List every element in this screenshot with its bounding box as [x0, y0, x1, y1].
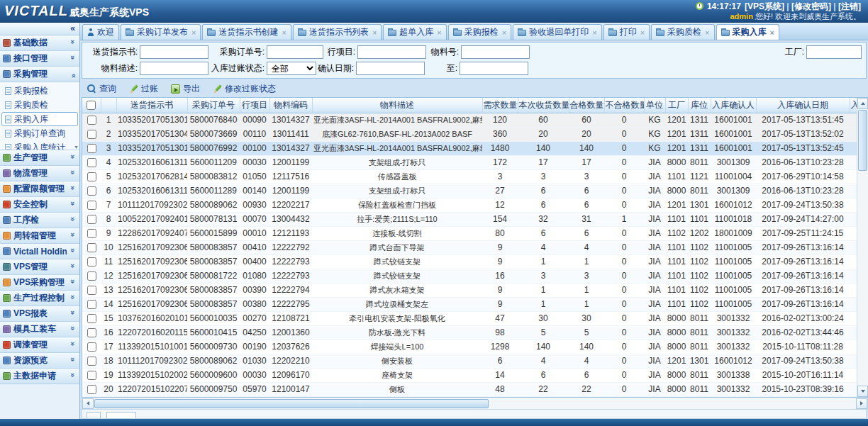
sidebar-item-2-3[interactable]: 采购订单查询 — [0, 126, 79, 140]
sidebar-group-10[interactable]: VPS管理» — [0, 259, 79, 275]
sidebar-group-0[interactable]: 基础数据» — [0, 35, 79, 51]
table-row[interactable]: 410253201606131156000112090003012001199支… — [82, 155, 857, 169]
row-checkbox[interactable] — [87, 243, 96, 252]
tab-close-icon[interactable]: × — [437, 28, 441, 37]
column-header-14[interactable]: 入库过账状态 — [850, 98, 857, 113]
select-all-checkbox[interactable] — [87, 101, 96, 110]
export-button[interactable]: 导出 — [171, 83, 200, 95]
column-header-6[interactable]: 本次收货数量 — [518, 98, 569, 113]
table-row[interactable]: 210335201705130458000736690011013011411底… — [82, 127, 857, 141]
header-link-2[interactable]: [注销] — [838, 1, 861, 11]
column-header-1[interactable]: 采购订单号 — [187, 98, 240, 113]
query-button[interactable]: 查询 — [87, 83, 116, 95]
sidebar-group-13[interactable]: VPS报表» — [0, 306, 79, 322]
vertical-scroll-thumb[interactable] — [858, 110, 867, 171]
po-number-input[interactable] — [267, 45, 323, 59]
table-row[interactable]: 1412516201709230658000838570038012222795… — [82, 297, 857, 311]
line-item-input[interactable] — [357, 45, 426, 59]
row-checkbox[interactable] — [87, 328, 96, 337]
sidebar-item-2-1[interactable]: 采购质检 — [0, 98, 79, 112]
column-header-10[interactable]: 工厂 — [665, 98, 688, 113]
tab-close-icon[interactable]: × — [372, 28, 377, 37]
scroll-right-button[interactable] — [856, 398, 867, 409]
sidebar-group-3[interactable]: 生产管理» — [0, 150, 79, 166]
tab-8[interactable]: 采购质检× — [651, 24, 714, 40]
row-checkbox[interactable] — [87, 215, 96, 224]
sidebar-group-16[interactable]: 资源预览» — [0, 353, 79, 369]
row-checkbox[interactable] — [87, 116, 96, 125]
tab-3[interactable]: 送货指示书列表× — [293, 24, 382, 40]
tab-2[interactable]: 送货指示书创建× — [202, 24, 291, 40]
scroll-left-button[interactable] — [82, 398, 94, 409]
pagination-button[interactable] — [87, 412, 101, 419]
sidebar-group-2[interactable]: 采购管理» — [0, 67, 79, 82]
horizontal-scrollbar[interactable] — [82, 398, 868, 410]
plant-input[interactable] — [806, 45, 862, 59]
row-checkbox[interactable] — [87, 186, 96, 196]
tab-close-icon[interactable]: × — [502, 28, 506, 37]
table-row[interactable]: 1212516201709230658000817220108012222793… — [82, 269, 857, 283]
row-checkbox[interactable] — [87, 144, 96, 153]
column-header-11[interactable]: 库位 — [688, 98, 711, 113]
row-checkbox[interactable] — [87, 257, 96, 267]
tab-close-icon[interactable]: × — [191, 28, 196, 37]
table-row[interactable]: 810052201709240158000781310007013004432拉… — [82, 212, 857, 226]
posting-status-select[interactable]: 全部 — [267, 62, 316, 75]
delivery-note-input[interactable] — [140, 45, 208, 59]
row-checkbox[interactable] — [87, 357, 96, 366]
table-row[interactable]: 510253201706281458000838120105012117516传… — [82, 169, 857, 184]
table-row[interactable]: 1112516201709230658000838570040012222793… — [82, 254, 857, 269]
tab-close-icon[interactable]: × — [640, 28, 645, 37]
sidebar-collapse-button[interactable]: « — [0, 23, 79, 35]
table-row[interactable]: 1510376201602010156000100350027012108721… — [82, 311, 857, 325]
scroll-up-button[interactable] — [857, 98, 868, 109]
column-header-3[interactable]: 物料编码 — [269, 98, 312, 113]
table-row[interactable]: 1810111201709230258000890620103012202210… — [82, 354, 857, 368]
tab-close-icon[interactable]: × — [282, 28, 286, 37]
column-header-4[interactable]: 物料描述 — [312, 98, 482, 113]
table-row[interactable]: 610253201606131156000112890014012001199支… — [82, 184, 857, 198]
scroll-down-button[interactable] — [857, 386, 868, 397]
confirm-date-to-input[interactable] — [460, 62, 528, 75]
sidebar-group-9[interactable]: Victall Holding» — [0, 244, 79, 259]
tab-4[interactable]: 超单入库× — [383, 24, 446, 40]
sidebar-group-17[interactable]: 主数据申请» — [0, 369, 79, 384]
tab-close-icon[interactable]: × — [770, 28, 774, 37]
column-header-7[interactable]: 合格数量 — [569, 98, 604, 113]
row-checkbox[interactable] — [87, 172, 96, 181]
horizontal-scroll-thumb[interactable] — [94, 399, 489, 408]
table-row[interactable]: 1612207201602011556000104150425012001360… — [82, 325, 857, 340]
row-checkbox[interactable] — [87, 314, 96, 323]
column-header-2[interactable]: 行项目 — [240, 98, 269, 113]
column-header-12[interactable]: 入库确认人 — [711, 98, 756, 113]
sidebar-group-15[interactable]: 调漆管理» — [0, 337, 79, 353]
pagination-input[interactable] — [106, 412, 136, 419]
tab-close-icon[interactable]: × — [705, 28, 709, 37]
tab-9[interactable]: 采购入库× — [716, 24, 779, 40]
row-checkbox[interactable] — [87, 371, 96, 380]
sidebar-group-8[interactable]: 周转箱管理» — [0, 228, 79, 244]
sidebar-group-1[interactable]: 接口管理» — [0, 51, 79, 67]
table-row[interactable]: 1911339201510200256000096000003012096170… — [82, 368, 857, 382]
modify-posting-status-button[interactable]: 修改过账状态 — [213, 83, 276, 95]
column-header-9[interactable]: 单位 — [644, 98, 665, 113]
column-header-0[interactable]: 送货指示书 — [116, 98, 187, 113]
row-checkbox[interactable] — [87, 158, 96, 167]
header-link-0[interactable]: [VPS系统] — [745, 1, 784, 11]
table-row[interactable]: 710111201709230258000890620093012202217保… — [82, 198, 857, 212]
row-checkbox[interactable] — [87, 286, 96, 295]
table-row[interactable]: 2012207201510220756000097500597012100147… — [82, 382, 857, 396]
table-row[interactable]: 912286201709240756000158990001012121193连… — [82, 226, 857, 240]
sidebar-group-11[interactable]: VPS采购管理» — [0, 275, 79, 291]
vertical-scrollbar[interactable] — [857, 98, 868, 397]
column-header-8[interactable]: 不合格数量 — [604, 98, 644, 113]
sidebar-item-2-2[interactable]: 采购入库 — [1, 112, 78, 126]
sidebar-group-12[interactable]: 生产过程控制» — [0, 291, 79, 306]
confirm-date-from-input[interactable] — [356, 62, 425, 75]
table-row[interactable]: 1312516201709230658000838570039012222794… — [82, 283, 857, 297]
sidebar-group-14[interactable]: 模具工装车» — [0, 322, 79, 337]
header-link-1[interactable]: [修改密码] — [791, 1, 831, 11]
table-row[interactable]: 1012516201709230658000838570041012222792… — [82, 240, 857, 254]
row-checkbox[interactable] — [87, 130, 96, 139]
row-checkbox[interactable] — [87, 342, 96, 352]
